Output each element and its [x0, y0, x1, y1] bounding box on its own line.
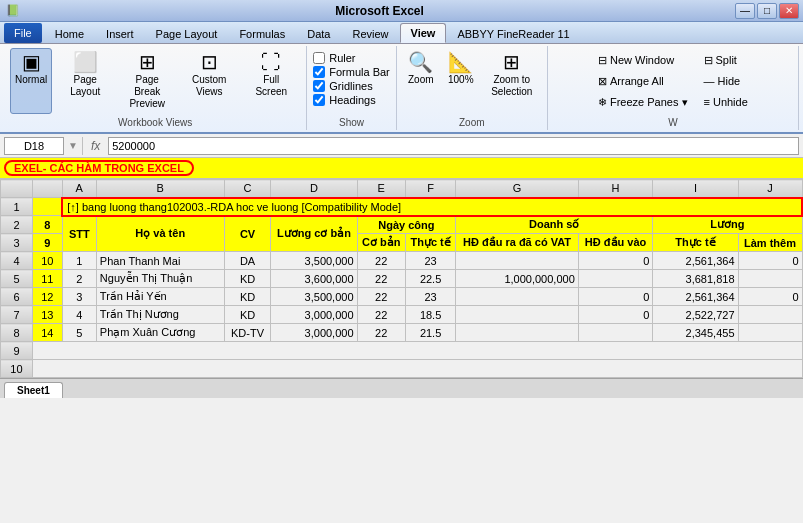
- cell-7-doanhthu[interactable]: [456, 306, 579, 324]
- cell-4-coban[interactable]: 22: [357, 252, 405, 270]
- cell-5-thucte[interactable]: 22.5: [405, 270, 455, 288]
- cell-5-lamthem[interactable]: [738, 270, 802, 288]
- cell-6-luongtt[interactable]: 2,561,364: [653, 288, 738, 306]
- cell-6-coban[interactable]: 22: [357, 288, 405, 306]
- tab-home[interactable]: Home: [44, 23, 95, 43]
- cell-6-cv[interactable]: KD: [224, 288, 271, 306]
- ruler-checkbox-row[interactable]: Ruler: [313, 52, 390, 64]
- cell-6-name[interactable]: Trần Hải Yến: [96, 288, 224, 306]
- cell-6-luong[interactable]: 3,500,000: [271, 288, 357, 306]
- minimize-button[interactable]: —: [735, 3, 755, 19]
- cell-8-luong[interactable]: 3,000,000: [271, 324, 357, 342]
- hide-button[interactable]: — Hide: [698, 71, 754, 91]
- cell-ref-dropdown[interactable]: ▼: [68, 140, 78, 151]
- cell-4-thucte[interactable]: 23: [405, 252, 455, 270]
- cell-7-thucte[interactable]: 18.5: [405, 306, 455, 324]
- cell-9-empty[interactable]: [32, 342, 802, 360]
- col-header-e[interactable]: E: [357, 180, 405, 198]
- cell-8-cv[interactable]: KD-TV: [224, 324, 271, 342]
- cell-5-luong[interactable]: 3,600,000: [271, 270, 357, 288]
- cell-5-11[interactable]: 11: [32, 270, 62, 288]
- gridlines-checkbox[interactable]: [313, 80, 325, 92]
- cell-8-doanhthu[interactable]: [456, 324, 579, 342]
- custom-views-button[interactable]: ⊡ Custom Views: [180, 48, 238, 114]
- tab-pagelayout[interactable]: Page Layout: [145, 23, 229, 43]
- cell-3-9[interactable]: 9: [32, 234, 62, 252]
- cell-7-cv[interactable]: KD: [224, 306, 271, 324]
- cell-8-14[interactable]: 14: [32, 324, 62, 342]
- cell-6-hdvao[interactable]: 0: [578, 288, 653, 306]
- col-header-g[interactable]: G: [456, 180, 579, 198]
- col-header-d[interactable]: D: [271, 180, 357, 198]
- zoom-selection-button[interactable]: ⊞ Zoom to Selection: [483, 48, 541, 114]
- cell-6-thucte[interactable]: 23: [405, 288, 455, 306]
- col-header-h[interactable]: H: [578, 180, 653, 198]
- zoom-button[interactable]: 🔍 Zoom: [403, 48, 439, 114]
- zoom-100-button[interactable]: 📐 100%: [443, 48, 479, 114]
- formula-bar-checkbox-row[interactable]: Formula Bar: [313, 66, 390, 78]
- unhide-button[interactable]: ≡ Unhide: [698, 92, 754, 112]
- cell-7-hdvao[interactable]: 0: [578, 306, 653, 324]
- cell-1-title[interactable]: [↑] bang luong thang102003.-RDA hoc ve l…: [62, 198, 802, 216]
- tab-view[interactable]: View: [400, 23, 447, 43]
- cell-5-stt[interactable]: 2: [62, 270, 96, 288]
- cell-7-13[interactable]: 13: [32, 306, 62, 324]
- headings-checkbox-row[interactable]: Headings: [313, 94, 390, 106]
- cell-4-doanhthu[interactable]: [456, 252, 579, 270]
- freeze-panes-button[interactable]: ❄ Freeze Panes ▾: [592, 92, 694, 112]
- cell-4-name[interactable]: Phan Thanh Mai: [96, 252, 224, 270]
- cell-5-hdvao[interactable]: [578, 270, 653, 288]
- tab-insert[interactable]: Insert: [95, 23, 145, 43]
- cell-7-luong[interactable]: 3,000,000: [271, 306, 357, 324]
- cell-8-coban[interactable]: 22: [357, 324, 405, 342]
- window-controls[interactable]: — □ ✕: [735, 3, 799, 19]
- cell-reference-input[interactable]: [4, 137, 64, 155]
- tab-review[interactable]: Review: [341, 23, 399, 43]
- cell-6-stt[interactable]: 3: [62, 288, 96, 306]
- restore-button[interactable]: □: [757, 3, 777, 19]
- cell-7-stt[interactable]: 4: [62, 306, 96, 324]
- close-button[interactable]: ✕: [779, 3, 799, 19]
- tab-file[interactable]: File: [4, 23, 42, 43]
- cell-4-stt[interactable]: 1: [62, 252, 96, 270]
- tab-abbyy[interactable]: ABBYY FineReader 11: [446, 23, 580, 43]
- cell-5-coban[interactable]: 22: [357, 270, 405, 288]
- new-window-button[interactable]: ⊟ New Window: [592, 50, 694, 70]
- cell-4-10[interactable]: 10: [32, 252, 62, 270]
- col-header-a[interactable]: A: [62, 180, 96, 198]
- cell-5-cv[interactable]: KD: [224, 270, 271, 288]
- tab-data[interactable]: Data: [296, 23, 341, 43]
- tab-formulas[interactable]: Formulas: [228, 23, 296, 43]
- cell-4-lamthem[interactable]: 0: [738, 252, 802, 270]
- formula-bar-checkbox[interactable]: [313, 66, 325, 78]
- split-button[interactable]: ⊟ Split: [698, 50, 754, 70]
- cell-5-luongtt[interactable]: 3,681,818: [653, 270, 738, 288]
- cell-8-luongtt[interactable]: 2,345,455: [653, 324, 738, 342]
- cell-5-doanhthu[interactable]: 1,000,000,000: [456, 270, 579, 288]
- cell-8-lamthem[interactable]: [738, 324, 802, 342]
- headings-checkbox[interactable]: [313, 94, 325, 106]
- cell-7-luongtt[interactable]: 2,522,727: [653, 306, 738, 324]
- normal-view-button[interactable]: ▣ Normal: [10, 48, 52, 114]
- col-header-j[interactable]: J: [738, 180, 802, 198]
- ruler-checkbox[interactable]: [313, 52, 325, 64]
- cell-6-doanhthu[interactable]: [456, 288, 579, 306]
- col-header-i[interactable]: I: [653, 180, 738, 198]
- full-screen-button[interactable]: ⛶ Full Screen: [242, 48, 300, 114]
- cell-10-empty[interactable]: [32, 360, 802, 378]
- col-header-f[interactable]: F: [405, 180, 455, 198]
- cell-6-12[interactable]: 12: [32, 288, 62, 306]
- cell-2-8[interactable]: 8: [32, 216, 62, 234]
- cell-1-rn[interactable]: [32, 198, 62, 216]
- cell-4-luong[interactable]: 3,500,000: [271, 252, 357, 270]
- cell-7-coban[interactable]: 22: [357, 306, 405, 324]
- cell-4-cv[interactable]: DA: [224, 252, 271, 270]
- cell-5-name[interactable]: Nguyễn Thị Thuận: [96, 270, 224, 288]
- cell-8-thucte[interactable]: 21.5: [405, 324, 455, 342]
- cell-7-name[interactable]: Trần Thị Nương: [96, 306, 224, 324]
- cell-6-lamthem[interactable]: 0: [738, 288, 802, 306]
- page-layout-button[interactable]: ⬜ Page Layout: [56, 48, 114, 114]
- cell-8-stt[interactable]: 5: [62, 324, 96, 342]
- cell-8-name[interactable]: Phạm Xuân Cương: [96, 324, 224, 342]
- sheet-tab-1[interactable]: Sheet1: [4, 382, 63, 398]
